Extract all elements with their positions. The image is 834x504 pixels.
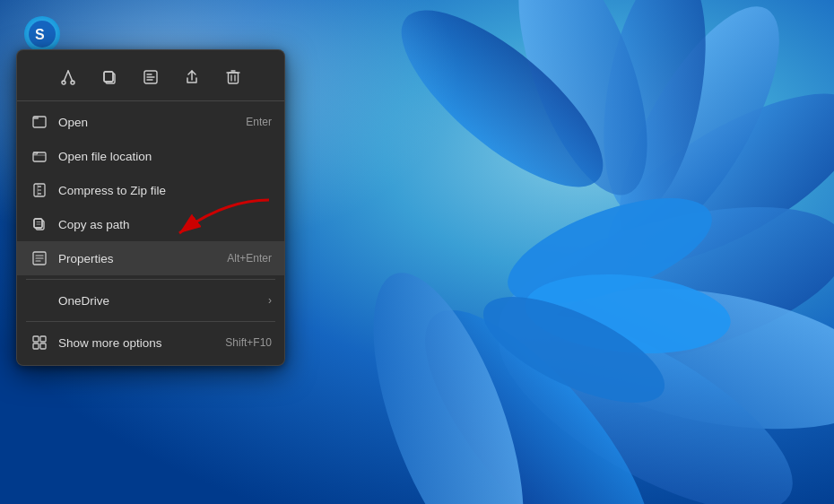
compress-zip-label: Compress to Zip file bbox=[58, 184, 272, 197]
svg-line-17 bbox=[64, 71, 68, 82]
cut-button[interactable] bbox=[48, 61, 88, 93]
rename-icon bbox=[143, 69, 159, 85]
show-more-options-shortcut: Shift+F10 bbox=[225, 336, 272, 349]
open-file-location-label: Open file location bbox=[58, 150, 272, 163]
context-menu: Open Enter Open file location Compress t… bbox=[16, 49, 285, 366]
show-more-options-label: Show more options bbox=[58, 336, 225, 350]
menu-item-open[interactable]: Open Enter bbox=[17, 105, 284, 139]
svg-rect-38 bbox=[38, 193, 41, 195]
copy-as-path-icon bbox=[30, 214, 49, 234]
copy-button[interactable] bbox=[90, 61, 129, 93]
menu-item-show-more-options[interactable]: Show more options Shift+F10 bbox=[17, 326, 284, 360]
copy-as-path-label: Copy as path bbox=[58, 218, 272, 231]
menu-item-copy-as-path[interactable]: Copy as path bbox=[17, 207, 284, 241]
onedrive-arrow: › bbox=[268, 294, 272, 307]
svg-rect-32 bbox=[33, 117, 39, 119]
divider-1 bbox=[26, 279, 275, 280]
copy-icon bbox=[102, 70, 117, 85]
desktop-icon-image: S bbox=[24, 16, 60, 52]
svg-point-20 bbox=[71, 81, 74, 84]
svg-rect-28 bbox=[229, 73, 239, 83]
svg-point-19 bbox=[62, 81, 65, 84]
delete-icon bbox=[226, 69, 240, 85]
svg-rect-36 bbox=[38, 186, 41, 187]
onedrive-icon bbox=[30, 291, 49, 310]
share-icon bbox=[184, 69, 200, 85]
cut-icon bbox=[60, 69, 76, 85]
rename-button[interactable] bbox=[131, 61, 170, 93]
open-file-location-icon bbox=[30, 146, 49, 166]
delete-button[interactable] bbox=[213, 61, 253, 93]
menu-item-open-file-location[interactable]: Open file location bbox=[17, 139, 284, 173]
svg-rect-37 bbox=[38, 189, 41, 191]
menu-item-onedrive[interactable]: OneDrive › bbox=[17, 283, 284, 317]
svg-rect-51 bbox=[40, 343, 46, 349]
show-more-options-icon bbox=[30, 333, 49, 352]
menu-item-compress-zip[interactable]: Compress to Zip file bbox=[17, 173, 284, 207]
open-shortcut: Enter bbox=[246, 116, 272, 128]
share-button[interactable] bbox=[172, 61, 212, 93]
open-icon bbox=[30, 112, 49, 132]
svg-rect-50 bbox=[33, 343, 39, 349]
svg-line-18 bbox=[68, 71, 73, 82]
open-label: Open bbox=[58, 116, 246, 129]
svg-text:S: S bbox=[35, 27, 45, 42]
svg-rect-40 bbox=[34, 219, 42, 228]
onedrive-label: OneDrive bbox=[58, 294, 268, 308]
svg-rect-48 bbox=[33, 336, 39, 342]
svg-rect-49 bbox=[40, 336, 46, 342]
svg-rect-22 bbox=[104, 72, 113, 82]
properties-label: Properties bbox=[58, 252, 227, 265]
properties-icon bbox=[30, 248, 49, 268]
properties-shortcut: Alt+Enter bbox=[227, 252, 272, 265]
compress-zip-icon bbox=[30, 180, 49, 200]
divider-2 bbox=[26, 321, 275, 322]
menu-item-properties[interactable]: Properties Alt+Enter bbox=[17, 241, 284, 275]
context-menu-icon-bar bbox=[17, 56, 284, 101]
